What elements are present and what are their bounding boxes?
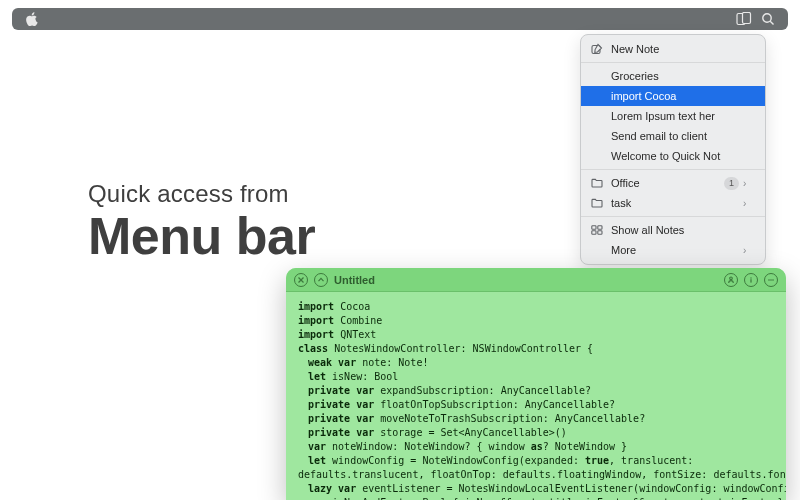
svg-point-11 [730,277,733,280]
recent-note-item[interactable]: Groceries [581,66,765,86]
note-window: Untitled import Cocoaimport Combineimpor… [286,268,786,500]
quicknotes-menubar-icon[interactable] [734,9,754,29]
chevron-right-icon: › [743,198,755,209]
grid-icon [589,225,605,235]
share-icon[interactable] [724,273,738,287]
close-icon[interactable] [294,273,308,287]
tagline-line1: Quick access from [88,180,315,208]
svg-rect-7 [592,231,596,235]
search-icon[interactable] [758,9,778,29]
svg-rect-6 [598,226,602,230]
svg-rect-13 [750,279,751,282]
new-note-label: New Note [611,43,755,55]
svg-point-2 [763,14,771,22]
folder-label: Office [611,177,724,189]
svg-line-3 [770,21,773,24]
separator [581,62,765,63]
menubar-dropdown: New Note Groceries import Cocoa Lorem Ip… [580,34,766,265]
marketing-tagline: Quick access from Menu bar [88,180,315,266]
compose-icon [589,43,605,55]
chevron-right-icon: › [743,245,755,256]
note-body[interactable]: import Cocoaimport Combineimport QNTextc… [286,292,786,500]
folder-label: task [611,197,743,209]
more-icon[interactable] [764,273,778,287]
note-titlebar[interactable]: Untitled [286,268,786,292]
svg-rect-8 [598,231,602,235]
more-item[interactable]: More › [581,240,765,260]
recent-note-item[interactable]: Welcome to Quick Not [581,146,765,166]
separator [581,216,765,217]
folder-icon [589,178,605,188]
show-all-notes-item[interactable]: Show all Notes [581,220,765,240]
chevron-right-icon: › [743,178,755,189]
separator [581,169,765,170]
recent-note-label: Groceries [611,70,755,82]
svg-rect-5 [592,226,596,230]
more-label: More [611,244,743,256]
folder-icon [589,198,605,208]
recent-note-label: Send email to client [611,130,755,142]
recent-note-item[interactable]: Lorem Ipsum text her [581,106,765,126]
svg-point-16 [772,279,774,281]
info-icon[interactable] [744,273,758,287]
recent-note-label: Welcome to Quick Not [611,150,755,162]
new-note-item[interactable]: New Note [581,39,765,59]
recent-note-label: import Cocoa [611,90,755,102]
show-all-label: Show all Notes [611,224,755,236]
collapse-icon[interactable] [314,273,328,287]
svg-point-14 [768,279,770,281]
menubar [12,8,788,30]
tagline-line2: Menu bar [88,206,315,266]
svg-rect-1 [743,13,751,24]
recent-note-label: Lorem Ipsum text her [611,110,755,122]
folder-count-badge: 1 [724,177,739,190]
svg-point-15 [770,279,772,281]
note-title: Untitled [334,274,375,286]
folder-item[interactable]: Office 1 › [581,173,765,193]
recent-note-item[interactable]: import Cocoa [581,86,765,106]
recent-note-item[interactable]: Send email to client [581,126,765,146]
apple-logo-icon[interactable] [22,9,42,29]
svg-rect-12 [750,277,751,278]
folder-item[interactable]: task › [581,193,765,213]
